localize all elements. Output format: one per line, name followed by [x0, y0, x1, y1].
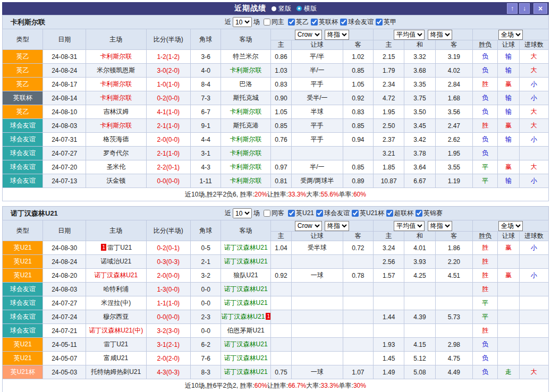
league-filter[interactable]: 英锦赛 — [413, 209, 443, 218]
same-side-filter[interactable]: 同主 — [261, 18, 284, 27]
move-down-button[interactable]: ↓ — [519, 3, 530, 14]
avg-type-select[interactable]: 平均值 — [394, 221, 425, 231]
away-team-cell: 卡利斯尔联 — [221, 147, 271, 160]
score-half-score: 1-0(1-0) — [146, 78, 190, 91]
avg-home-odds: 2.34 — [373, 78, 404, 91]
radio-horizontal-icon[interactable] — [296, 6, 302, 11]
match-row: 球会友谊24-07-31格茨海德2-0(0-0)4-4卡利斯尔联0.76平手0.… — [3, 133, 549, 147]
corners: 9-1 — [191, 119, 221, 133]
league-checkbox[interactable] — [352, 210, 359, 217]
summary-segment: 让胜率: — [267, 190, 288, 199]
match-count-select[interactable]: 10 — [233, 208, 252, 218]
close-button[interactable]: × — [533, 3, 547, 14]
match-date: 24-07-27 — [43, 147, 86, 160]
scope-select[interactable]: 全场 — [498, 221, 523, 231]
away-team-name: 狼队U21 — [234, 271, 258, 279]
league-filter[interactable]: 英U21杯 — [350, 209, 384, 218]
near-label: 近 — [225, 209, 231, 218]
avg-type-select[interactable]: 平均值 — [394, 30, 425, 40]
home-team-cell: 吉林汉姆 — [86, 105, 146, 119]
summary-segment: 60% — [255, 382, 267, 389]
avg-away-odds: 4.51 — [435, 269, 472, 283]
match-row: 球会友谊24-08-03哈特利浦1-3(0-0)0-0诺丁汉森林U21胜 — [3, 283, 549, 296]
away-team-cell: 诺丁汉森林U21 — [221, 283, 271, 296]
same-side-checkbox[interactable] — [264, 19, 270, 25]
away-team-cell: 特兰米尔 — [221, 50, 271, 64]
away-team-name: 巴洛 — [240, 80, 252, 88]
league-checkbox[interactable] — [311, 19, 318, 25]
avg-draw-odds: 3.78 — [404, 147, 435, 160]
odds-group-header: Crow 终指 — [270, 220, 373, 232]
league-filter[interactable]: 球会友谊 — [338, 18, 374, 27]
avg-home-odds: 2.56 — [373, 255, 404, 269]
away-team-cell: 诺丁汉森林U21 — [221, 365, 271, 379]
match-date: 24-08-30 — [43, 241, 86, 255]
league-filter[interactable]: 英U21 — [286, 209, 314, 218]
summary-segment: 单率: — [339, 190, 353, 199]
score-half-score: 2-0(2-0) — [146, 352, 190, 365]
away-team-cell: 斯托克港 — [221, 119, 271, 133]
avg-draw-odds — [404, 283, 435, 296]
avg-draw-odds: 4.01 — [404, 241, 435, 255]
avg-home-odds: 1.93 — [373, 338, 404, 352]
home-team-cell: 米涅拉(中) — [86, 296, 146, 310]
sub-header-result-outcome: 胜负 — [473, 232, 498, 241]
sub-header-result-handicap: 让球 — [498, 40, 519, 50]
odds-stage-select[interactable]: 终指 — [325, 221, 349, 231]
league-type-badge: 球会友谊 — [3, 310, 43, 324]
corners: 3-1 — [191, 147, 221, 160]
home-team-name: 沃金顿 — [106, 177, 125, 184]
result-outcome: 负 — [473, 352, 498, 365]
match-date: 24-08-31 — [43, 50, 86, 64]
avg-away-odds: 1.95 — [435, 147, 472, 160]
result-outcome: 平 — [473, 174, 498, 188]
league-checkbox[interactable] — [376, 19, 383, 25]
home-team-name: 米涅拉(中) — [101, 299, 131, 306]
avg-stage-select[interactable]: 终指 — [428, 30, 452, 40]
league-filter[interactable]: 超联杯 — [384, 209, 413, 218]
odds-away — [343, 352, 373, 365]
avg-away-odds — [435, 324, 472, 338]
score-half-score: 3-1(2-1) — [146, 338, 190, 352]
odds-away: 0.94 — [343, 133, 373, 147]
home-team-cell: 卡利斯尔联 — [86, 50, 146, 64]
league-checkbox[interactable] — [316, 210, 323, 217]
odds-home — [270, 310, 291, 324]
move-up-button[interactable]: ↑ — [507, 3, 518, 14]
match-count-select[interactable]: 10 — [233, 17, 252, 27]
scope-select[interactable]: 全场 — [498, 30, 523, 40]
match-date: 24-07-13 — [43, 174, 86, 188]
league-filter[interactable]: 英联杯 — [309, 18, 338, 27]
avg-away-odds: 4.75 — [435, 352, 472, 365]
league-checkbox[interactable] — [386, 210, 393, 217]
score-half-score: 2-1(1-0) — [146, 147, 190, 160]
result-goals: 大 — [519, 64, 548, 78]
match-date: 24-05-03 — [43, 365, 86, 379]
bookmaker-select[interactable]: Crow — [295, 30, 322, 40]
result-goals — [519, 147, 548, 160]
avg-group-header: 平均值 终指 — [373, 29, 472, 40]
bookmaker-select[interactable]: Crow — [295, 221, 322, 231]
radio-vertical-icon[interactable] — [272, 6, 276, 11]
same-side-checkbox[interactable] — [264, 210, 270, 217]
league-checkbox[interactable] — [288, 19, 295, 25]
league-checkbox[interactable] — [416, 210, 422, 217]
odds-handicap — [292, 310, 343, 324]
league-filter[interactable]: 英乙 — [286, 18, 309, 27]
view-option-vertical[interactable]: 竖版 — [272, 4, 291, 13]
away-team-name: 诺丁汉森林U21 — [221, 313, 265, 320]
odds-home — [270, 338, 291, 352]
avg-stage-select[interactable]: 终指 — [428, 221, 452, 231]
league-checkbox[interactable] — [340, 19, 347, 25]
odds-home — [270, 296, 291, 310]
result-handicap: 赢 — [498, 78, 519, 91]
league-checkbox[interactable] — [288, 210, 295, 217]
view-option-horizontal[interactable]: 横版 — [296, 4, 317, 13]
league-type-badge: 英U21 — [3, 241, 43, 255]
same-side-filter[interactable]: 同客 — [261, 209, 284, 218]
avg-home-odds: 1.79 — [373, 64, 404, 78]
league-filter[interactable]: 英甲 — [374, 18, 396, 27]
avg-away-odds: 2.20 — [435, 255, 472, 269]
odds-stage-select[interactable]: 终指 — [325, 30, 349, 40]
league-filter[interactable]: 球会友谊 — [314, 209, 350, 218]
